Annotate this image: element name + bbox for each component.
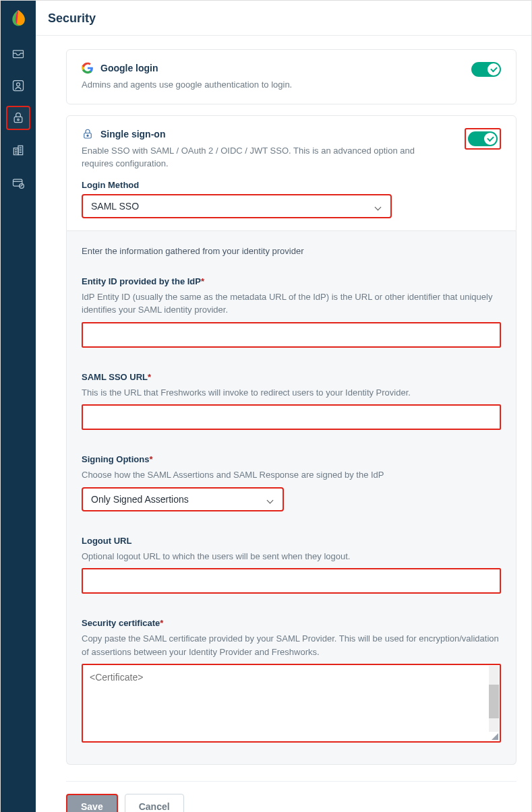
sso-toggle-highlight [465, 128, 501, 150]
scrollbar[interactable] [489, 666, 499, 732]
resize-handle[interactable] [492, 733, 498, 740]
topbar: Security [36, 1, 531, 36]
login-method-label: Login Method [82, 180, 501, 190]
cancel-button[interactable]: Cancel [125, 794, 184, 812]
main-content: Security Google login Admins and agents … [36, 1, 531, 812]
signing-value: Only Signed Assertions [91, 494, 189, 505]
logout-url-help: Optional logout URL to which the users w… [82, 550, 501, 563]
svg-rect-1 [13, 81, 24, 91]
svg-rect-3 [14, 117, 22, 122]
sso-url-help: This is the URL that Freshworks will inv… [82, 386, 501, 400]
svg-point-4 [18, 119, 20, 121]
cert-help: Copy paste the SAML certificate provided… [82, 632, 501, 658]
signing-help: Choose how the SAML Assertions and SAML … [82, 468, 501, 482]
entity-id-input[interactable] [82, 322, 501, 348]
sidebar-item-security[interactable] [6, 106, 30, 130]
sidebar-item-user[interactable] [6, 73, 30, 98]
signing-label: Signing Options* [82, 454, 501, 464]
sso-card: Single sign-on Enable SSO with SAML / OA… [66, 115, 516, 231]
entity-id-label: Entity ID provided by the IdP* [82, 276, 501, 286]
svg-point-2 [17, 83, 20, 86]
sso-title: Single sign-on [100, 129, 165, 139]
sidebar-item-billing[interactable] [6, 170, 30, 195]
sidebar-item-inbox[interactable] [6, 41, 30, 65]
sso-config-panel: Enter the information gathered from your… [66, 231, 516, 766]
svg-rect-0 [13, 51, 24, 58]
entity-id-help: IdP Entity ID (usually the same as the m… [82, 290, 501, 317]
google-login-title: Google login [100, 63, 158, 73]
actions-bar: Save Cancel [66, 781, 516, 812]
google-login-toggle[interactable] [471, 62, 501, 77]
cert-label: Security certificate* [82, 618, 501, 628]
save-button[interactable]: Save [66, 794, 118, 812]
svg-rect-7 [13, 179, 22, 186]
signing-select[interactable]: Only Signed Assertions [82, 487, 284, 511]
google-icon [82, 62, 94, 74]
sidebar-item-org[interactable] [6, 138, 30, 162]
svg-point-10 [87, 135, 88, 136]
sso-toggle[interactable] [468, 131, 498, 146]
lock-icon [82, 128, 94, 140]
sso-description: Enable SSO with SAML / OAuth 2 / OIDC / … [82, 144, 424, 170]
login-method-select[interactable]: SAML SSO [82, 194, 392, 218]
google-login-description: Admins and agents use google authenticat… [82, 78, 431, 92]
chevron-down-icon [268, 496, 274, 503]
sso-url-input[interactable] [82, 404, 501, 430]
freshworks-logo-icon [8, 9, 28, 29]
logout-url-label: Logout URL [82, 536, 501, 546]
sidebar [1, 1, 36, 812]
sso-url-label: SAML SSO URL* [82, 372, 501, 382]
logout-url-input[interactable] [82, 568, 501, 594]
google-login-card: Google login Admins and agents use googl… [66, 49, 516, 104]
chevron-down-icon [376, 203, 382, 210]
page-title: Security [48, 11, 519, 26]
login-method-value: SAML SSO [91, 201, 139, 212]
cert-textarea[interactable] [83, 665, 500, 739]
config-intro: Enter the information gathered from your… [82, 246, 501, 256]
cert-textarea-wrap [82, 664, 501, 743]
